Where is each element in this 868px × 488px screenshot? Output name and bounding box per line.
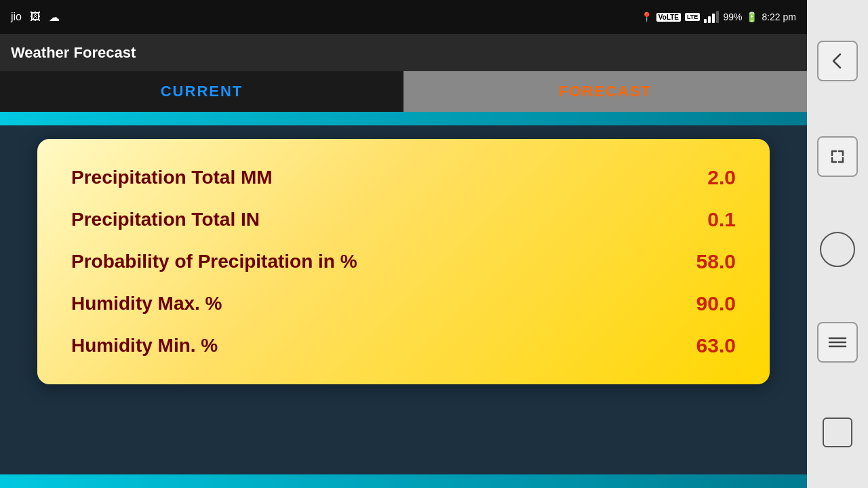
app-title: Weather Forecast xyxy=(11,44,136,62)
home-button[interactable] xyxy=(820,232,855,267)
row-humidity-max: Humidity Max. % 90.0 xyxy=(71,292,736,315)
cyan-stripe-top xyxy=(0,112,807,125)
label-humidity-max: Humidity Max. % xyxy=(71,293,222,314)
row-precip-in: Precipitation Total IN 0.1 xyxy=(71,208,736,231)
signal-bar-3 xyxy=(712,14,715,23)
value-humidity-max: 90.0 xyxy=(668,292,736,315)
location-icon: 📍 xyxy=(641,12,652,22)
back-button[interactable] xyxy=(817,41,858,81)
row-precip-mm: Precipitation Total MM 2.0 xyxy=(71,166,736,189)
row-humidity-min: Humidity Min. % 63.0 xyxy=(71,334,736,357)
signal-bar-1 xyxy=(704,19,707,23)
cyan-stripe-bottom xyxy=(0,474,807,488)
side-nav xyxy=(807,0,868,488)
weather-card: Precipitation Total MM 2.0 Precipitation… xyxy=(37,139,770,384)
phone-area: jio 🖼 ☁ 📍 VoLTE LTE 99% 🔋 8:22 pm Weathe… xyxy=(0,0,807,488)
battery-icon: 🔋 xyxy=(746,12,757,22)
cloud-icon: ☁ xyxy=(49,11,60,24)
value-humidity-min: 63.0 xyxy=(668,334,736,357)
tab-current-label: CURRENT xyxy=(161,83,243,100)
value-prob-precip: 58.0 xyxy=(668,250,736,273)
status-left: jio 🖼 ☁ xyxy=(11,11,60,24)
expand-button[interactable] xyxy=(817,136,858,177)
minimize-button[interactable] xyxy=(817,322,858,363)
value-precip-mm: 2.0 xyxy=(668,166,736,189)
label-precip-mm: Precipitation Total MM xyxy=(71,167,273,188)
label-precip-in: Precipitation Total IN xyxy=(71,209,260,230)
status-right: 📍 VoLTE LTE 99% 🔋 8:22 pm xyxy=(641,11,796,23)
jio-icon: jio xyxy=(11,11,22,23)
value-precip-in: 0.1 xyxy=(668,208,736,231)
status-bar: jio 🖼 ☁ 📍 VoLTE LTE 99% 🔋 8:22 pm xyxy=(0,0,807,34)
recents-button[interactable] xyxy=(823,418,852,447)
tab-current[interactable]: CURRENT xyxy=(0,71,403,112)
title-bar: Weather Forecast xyxy=(0,34,807,71)
volte-badge: VoLTE xyxy=(656,13,681,22)
tab-forecast-label: FORECAST xyxy=(559,83,652,100)
expand-icon xyxy=(827,146,848,167)
label-prob-precip: Probability of Precipitation in % xyxy=(71,251,357,272)
label-humidity-min: Humidity Min. % xyxy=(71,335,218,357)
content-area: Precipitation Total MM 2.0 Precipitation… xyxy=(0,125,807,474)
lte-badge: LTE xyxy=(685,13,700,21)
row-prob-precip: Probability of Precipitation in % 58.0 xyxy=(71,250,736,273)
tab-forecast[interactable]: FORECAST xyxy=(403,71,807,112)
back-icon xyxy=(827,50,848,72)
minimize-icon xyxy=(827,331,848,353)
signal-bar-4 xyxy=(716,11,719,23)
image-icon: 🖼 xyxy=(30,11,41,23)
time: 8:22 pm xyxy=(762,12,796,22)
tab-bar[interactable]: CURRENT FORECAST xyxy=(0,71,807,112)
signal-bar-2 xyxy=(708,16,711,23)
battery-percent: 99% xyxy=(723,12,742,22)
signal-bars xyxy=(704,11,719,23)
